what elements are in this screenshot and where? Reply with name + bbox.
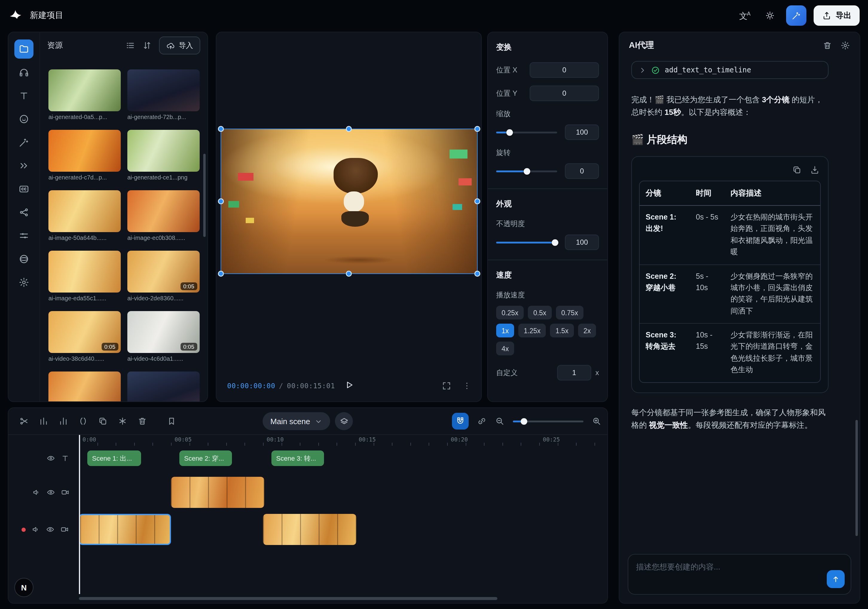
play-button[interactable] [344,380,354,392]
resource-item[interactable]: 0:05ai-video-4c6d0a1...... [127,311,200,362]
delete-button[interactable] [138,416,147,426]
resource-thumbnail[interactable] [127,190,200,232]
opacity-slider[interactable] [496,238,557,247]
pos-y-input[interactable] [530,85,599,101]
playhead[interactable] [79,435,80,594]
split-button[interactable] [78,416,88,426]
video-track-icon-button[interactable] [61,488,69,497]
timeline-tracks-area[interactable]: 0:00 00:05 00:10 00:15 00:20 00:25 [8,435,608,604]
rail-text-button[interactable] [14,86,34,105]
ai-settings-button[interactable] [840,41,850,50]
resource-item[interactable]: ai-generated-72b...p... [127,69,200,120]
ai-assistant-button[interactable] [786,5,806,26]
resource-thumbnail[interactable] [48,371,121,401]
text-clip-scene-1[interactable]: Scene 1: 出... [87,451,141,466]
tool-call-item[interactable]: add_text_to_timeline [631,61,829,79]
rail-audio-button[interactable] [14,63,34,82]
scale-input[interactable] [565,124,599,140]
marker-button[interactable] [167,416,176,426]
import-button[interactable]: 导入 [159,36,200,54]
translate-button[interactable]: 文A [736,6,754,25]
resource-item[interactable]: ai-image-ec0b308...... [127,190,200,241]
selection-handle[interactable] [219,127,223,131]
resource-item[interactable]: ai-generated-0a5...p... [48,69,121,120]
speed-option-active[interactable]: 1x [496,324,514,337]
clear-chat-button[interactable] [823,41,832,50]
resource-item[interactable]: 0:05ai-video-38c6d40...... [48,311,121,362]
speed-option[interactable]: 0.25x [496,306,524,320]
rail-sticker-button[interactable] [14,109,34,129]
selection-handle[interactable] [219,199,223,203]
ai-prompt-input[interactable] [628,555,851,594]
rail-captions-button[interactable] [14,179,34,199]
download-table-button[interactable] [810,165,820,175]
resource-item[interactable]: 0:05ai-video-2de8360...... [127,251,200,301]
speed-option[interactable]: 0.5x [528,306,552,320]
speed-option[interactable]: 0.75x [556,306,583,320]
razor-button[interactable] [19,416,29,426]
timeline-horizontal-scrollbar[interactable] [79,597,498,600]
resource-item[interactable]: ai-generated-c7d...p... [48,130,121,181]
pos-x-input[interactable] [530,62,599,78]
custom-speed-input[interactable] [557,365,591,381]
rail-adjust-button[interactable] [14,226,34,245]
export-button[interactable]: 导出 [814,5,860,26]
preview-video[interactable] [221,129,477,273]
timeline-ruler[interactable]: 0:00 00:05 00:10 00:15 00:20 00:25 [8,435,608,446]
speed-option[interactable]: 2x [578,324,596,337]
resource-thumbnail[interactable] [127,371,200,401]
theme-button[interactable] [761,6,779,25]
zoom-in-button[interactable] [592,416,601,426]
snap-toggle[interactable] [452,413,469,430]
align-tracks-button[interactable] [59,416,68,426]
ai-panel-scrollbar[interactable] [856,420,858,536]
resource-thumbnail[interactable] [127,69,200,111]
resource-thumbnail[interactable]: 0:05 [127,251,200,292]
rail-settings-button[interactable] [14,273,34,292]
rail-transitions-button[interactable] [14,156,34,175]
resource-thumbnail[interactable] [48,69,121,111]
track-visibility-toggle[interactable] [46,488,55,497]
copy-table-button[interactable] [792,165,801,175]
tracks-button[interactable] [39,416,48,426]
selection-handle[interactable] [219,272,223,276]
resource-item[interactable]: ai-image-eda55c1...... [48,251,121,301]
resource-item[interactable]: ai-generated-ce1...png [127,130,200,181]
selection-handle[interactable] [346,127,350,131]
video-clip-scene-1-selected[interactable] [79,514,171,545]
timeline-zoom-slider[interactable] [513,417,583,425]
preview-more-button[interactable] [462,381,472,391]
track-visibility-toggle[interactable] [46,525,54,534]
rotate-input[interactable] [565,163,599,179]
resource-thumbnail[interactable]: 0:05 [48,311,121,353]
resource-thumbnail[interactable] [48,190,121,232]
rail-nodes-button[interactable] [14,203,34,222]
resource-item[interactable]: ai-image-50a644b...... [48,190,121,241]
track-visibility-toggle[interactable] [46,454,55,463]
speed-option[interactable]: 1.25x [518,324,546,337]
resources-scrollbar[interactable] [203,154,206,237]
resource-thumbnail[interactable] [48,251,121,292]
ai-chat-scroll[interactable]: add_text_to_timeline 完成！🎬 我已经为您生成了一个包含 3… [619,59,860,543]
freeze-button[interactable] [118,416,127,426]
fullscreen-button[interactable] [442,381,451,391]
send-button[interactable] [827,570,845,588]
video-track-icon-button[interactable] [60,525,69,534]
speed-option[interactable]: 4x [496,342,514,355]
resource-item[interactable] [48,371,121,401]
selection-handle[interactable] [475,127,479,131]
text-clip-scene-2[interactable]: Scene 2: 穿... [179,451,232,466]
speed-option[interactable]: 1.5x [550,324,574,337]
zoom-out-button[interactable] [495,416,505,426]
selection-handle[interactable] [475,272,479,276]
scene-layers-button[interactable] [335,412,353,430]
text-clip-scene-3[interactable]: Scene 3: 转... [271,451,324,466]
selection-handle[interactable] [475,199,479,203]
opacity-input[interactable] [565,235,599,250]
rail-media-button[interactable] [14,39,34,59]
link-toggle[interactable] [477,416,487,426]
rotate-slider[interactable] [496,167,557,175]
list-view-button[interactable] [126,41,135,50]
rail-effects-button[interactable] [14,133,34,152]
selection-handle[interactable] [346,272,350,276]
